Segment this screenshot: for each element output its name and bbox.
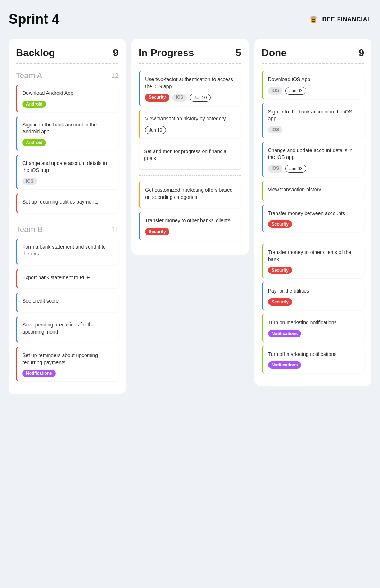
card[interactable]: Download Android AppAndroid <box>16 85 118 112</box>
svg-point-5 <box>312 16 315 18</box>
tags-row: Notifications <box>268 361 359 369</box>
tag-notifications: Notifications <box>268 361 302 369</box>
tags-row: iOS <box>268 125 359 133</box>
card[interactable]: Pay for the utilitiesSecurity <box>262 282 364 310</box>
logo: BEE FINANCIAL <box>308 14 371 25</box>
tag-ios-gray: iOS <box>268 126 283 133</box>
column-title: In Progress <box>139 47 194 59</box>
column-title: Backlog <box>16 47 55 59</box>
tag-security: Security <box>268 220 292 228</box>
card-text: View transaction history by category <box>145 115 236 122</box>
tags-row: Security <box>145 227 236 235</box>
card-text: View transaction history <box>268 186 359 193</box>
tags-row: Notifications <box>268 329 359 337</box>
tags-row: Android <box>22 100 113 108</box>
card[interactable]: Use two-factor authentication to access … <box>139 71 241 106</box>
card[interactable]: Change and update account details in the… <box>16 155 118 189</box>
card[interactable]: Form a bank statement and send it to the… <box>16 239 118 265</box>
column-backlog: Backlog9Team A12Download Android AppAndr… <box>9 39 126 394</box>
card[interactable]: Set up recurring utilities payments <box>16 193 118 213</box>
card-text: Export bank statement to PDF <box>22 274 113 281</box>
tags-row: Notifications <box>22 369 113 377</box>
card[interactable]: See credit score <box>16 293 118 312</box>
team-divider <box>262 238 364 238</box>
card-text: See spending predictions for the upcomin… <box>22 321 113 335</box>
team-divider <box>16 219 118 219</box>
team-label: Team B <box>16 225 43 234</box>
tag-android: Android <box>22 139 46 146</box>
card[interactable]: Transfer money to other banks' clientsSe… <box>139 212 241 240</box>
tags-row: iOSJun 03 <box>268 164 359 173</box>
card-text: Set up reminders about upcoming recurrin… <box>22 352 113 366</box>
tags-row: Android <box>22 138 113 146</box>
column-divider <box>16 63 118 64</box>
card-text: Turn on marketing notifications <box>268 319 359 326</box>
card-text: Turn off marketing notifications <box>268 351 359 358</box>
team-header: Team B11 <box>16 225 118 234</box>
tag-ios-gray: iOS <box>172 94 187 102</box>
card-text: Transfer money to other clients of the b… <box>268 249 359 263</box>
card-text: Transfer money to other banks' clients <box>145 217 236 224</box>
team-header: Team A12 <box>16 71 118 80</box>
tags-row: iOS <box>22 177 113 185</box>
tag-date: Jun 03 <box>285 87 306 95</box>
card[interactable]: Set and monitor progress on financial go… <box>139 143 241 170</box>
card-text: Change and update account details in the… <box>268 147 359 161</box>
column-divider <box>139 63 241 64</box>
column-header: In Progress5 <box>139 47 241 59</box>
tag-date: Jun 10 <box>190 94 211 102</box>
card[interactable]: View transaction history by categoryJun … <box>139 110 241 138</box>
card[interactable]: Set up reminders about upcoming recurrin… <box>16 347 118 381</box>
card[interactable]: Download iOS AppiOSJun 03 <box>262 71 364 99</box>
team-count: 11 <box>111 226 118 233</box>
card[interactable]: Get customized marketing offers based on… <box>139 182 241 208</box>
tags-row: iOSJun 03 <box>268 86 359 95</box>
tag-security: Security <box>145 228 169 235</box>
team-count: 12 <box>111 72 118 80</box>
card-text: Sign in to the bank account in the Andro… <box>22 121 113 135</box>
tags-row: Security <box>268 220 359 228</box>
tags-row: Security <box>268 266 359 274</box>
svg-rect-2 <box>312 21 315 22</box>
card[interactable]: Turn on marketing notificationsNotificat… <box>262 314 364 342</box>
tag-ios-gray: iOS <box>268 165 283 173</box>
card-text: Form a bank statement and send it to the… <box>22 244 113 258</box>
card[interactable]: Turn off marketing notificationsNotifica… <box>262 346 364 373</box>
column-count: 9 <box>358 47 364 59</box>
card-text: Set up recurring utilities payments <box>22 199 113 206</box>
card-text: Transfer money between accounts <box>268 210 359 217</box>
tag-security: Security <box>268 267 292 274</box>
card[interactable]: View transaction history <box>262 181 364 201</box>
team-label: Team A <box>16 71 42 80</box>
column-inprogress: In Progress5Use two-factor authenticatio… <box>131 39 248 255</box>
column-header: Backlog9 <box>16 47 118 59</box>
card[interactable]: Export bank statement to PDF <box>16 269 118 289</box>
card-text: See credit score <box>22 298 113 305</box>
card[interactable]: Transfer money to other clients of the b… <box>262 244 364 278</box>
card[interactable]: Change and update account details in the… <box>262 142 364 177</box>
card[interactable]: Transfer money between accountsSecurity <box>262 205 364 232</box>
bee-icon <box>308 14 319 25</box>
tags-row: Security <box>268 298 359 306</box>
kanban-board: Backlog9Team A12Download Android AppAndr… <box>9 39 371 394</box>
tag-notifications: Notifications <box>268 330 302 337</box>
tag-date: Jun 10 <box>145 126 166 134</box>
card[interactable]: Sign in to the bank account in the iOS a… <box>262 103 364 138</box>
column-header: Done9 <box>262 47 364 59</box>
logo-text: BEE FINANCIAL <box>322 16 371 23</box>
card-text: Pay for the utilities <box>268 288 359 295</box>
card-text: Change and update account details in the… <box>22 160 113 174</box>
svg-rect-1 <box>312 19 315 20</box>
tag-android: Android <box>22 101 46 108</box>
tag-security: Security <box>268 298 292 306</box>
page-title: Sprint 4 <box>9 12 59 27</box>
tags-row: SecurityiOSJun 10 <box>145 93 236 102</box>
tag-notifications: Notifications <box>22 370 56 377</box>
column-count: 5 <box>236 47 241 59</box>
card-text: Download Android App <box>22 90 113 97</box>
tag-ios-gray: iOS <box>268 87 283 95</box>
card[interactable]: See spending predictions for the upcomin… <box>16 316 118 343</box>
card[interactable]: Sign in to the bank account in the Andro… <box>16 116 118 151</box>
column-count: 9 <box>113 47 119 59</box>
tags-row: Jun 10 <box>145 125 236 134</box>
